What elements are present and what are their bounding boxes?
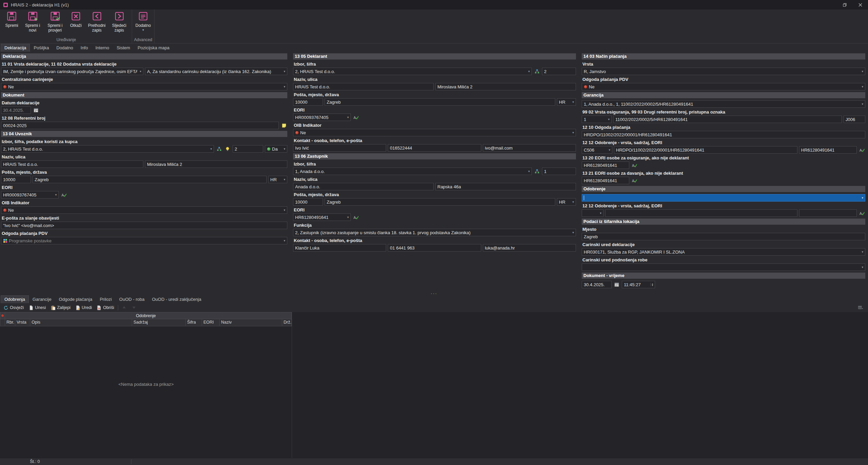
dokument-datum-input[interactable]: 30.4.2025.	[582, 281, 612, 288]
chevron-down-icon[interactable]: ▾	[607, 118, 610, 121]
zastupnik-mjesto-input[interactable]: Zagreb	[325, 198, 555, 206]
chevron-down-icon[interactable]: ▾	[527, 70, 530, 73]
calendar-icon[interactable]	[613, 281, 620, 288]
deklarant-sifra-input[interactable]: 2	[542, 68, 576, 75]
deklarant-naziv-input[interactable]: HRAIS Test d.o.o.	[293, 83, 434, 90]
chevron-down-icon[interactable]: ▾	[283, 70, 285, 73]
deklarant-posta-input[interactable]: 10000	[293, 98, 323, 106]
grid-layout-button[interactable]	[856, 305, 865, 311]
uvoznik-posta-input[interactable]: 10000	[1, 176, 31, 183]
bulb-icon[interactable]	[224, 145, 231, 152]
eori-davanja-input[interactable]: HR61280491641	[582, 177, 629, 184]
carinski-ured-deklaracije-combo[interactable]: HR030171, Služba za RGP, JANKOMIR I SL.Z…	[582, 248, 865, 256]
chevron-down-icon[interactable]: ▾	[139, 70, 141, 73]
insert-button[interactable]: Unesi	[26, 305, 48, 311]
chevron-down-icon[interactable]: ▾	[54, 193, 57, 196]
bottom-tab-prilozi[interactable]: Prilozi	[96, 295, 115, 303]
email-obavijesti-input[interactable]: "Ivo Ivić" <ivo@mail.com>	[1, 222, 287, 229]
zastupnik-naziv-input[interactable]: Anada d.o.o.	[293, 183, 434, 190]
column-header-eori[interactable]: EORI	[202, 319, 220, 326]
org-chart-icon[interactable]	[534, 68, 540, 75]
uvoznik-drzava-combo[interactable]: HR▾	[268, 176, 287, 183]
validate-check-icon[interactable]: A	[858, 210, 865, 217]
odobrenje-sadrzaj-input[interactable]: HRDPO/11002/2022/00001/HR61280491641	[614, 146, 797, 154]
bottom-tab-garancije[interactable]: Garancije	[29, 295, 55, 303]
chevron-down-icon[interactable]: ▾	[283, 208, 285, 212]
datum-deklaracije-input[interactable]: 30.4.2025.	[1, 106, 31, 114]
uvoznik-oib-indikator-combo[interactable]: Ne▾	[1, 206, 287, 214]
note-icon[interactable]	[281, 122, 287, 129]
zastupnik-funkcija-combo[interactable]: 2, Zastupnik (izravno zastupanje u smisl…	[293, 229, 576, 236]
time-spinner-icon[interactable]: ▴▾	[650, 283, 653, 286]
validate-check-icon[interactable]: A	[60, 191, 67, 198]
chevron-down-icon[interactable]: ▾	[283, 178, 285, 181]
chevron-down-icon[interactable]: ▾	[608, 148, 610, 152]
uvoznik-sifra-input[interactable]: 2	[233, 145, 263, 153]
bottom-tab-odgode-pla-anja[interactable]: Odgode plaćanja	[55, 295, 96, 303]
column-header-sadr-aj[interactable]: Sadržaj	[132, 319, 186, 326]
paste-button[interactable]: Zalijepi	[49, 305, 73, 311]
chevron-down-icon[interactable]: ▾	[861, 196, 863, 200]
validate-check-icon[interactable]: A	[352, 114, 359, 121]
prethodni-zapis-button[interactable]: Prethodni zapis	[86, 10, 108, 33]
bottom-tab-ouod-uredi-zaklju-enja[interactable]: OuOD - uredi zaključenja	[148, 295, 205, 303]
column-header-rbr[interactable]: Rbr.	[5, 319, 15, 326]
column-header-opis[interactable]: Opis	[30, 319, 132, 326]
spremi-button[interactable]: Spremi	[2, 10, 21, 29]
chevron-down-icon[interactable]: ▾	[861, 85, 863, 88]
drugi-referentni-broj-input[interactable]: 11002/2022/0002/5/HR61280491641	[613, 116, 842, 123]
odobrenje-vrsta-combo[interactable]: C506▾	[582, 146, 612, 154]
chevron-down-icon[interactable]: ▾	[861, 250, 863, 254]
tab-info[interactable]: Info	[77, 44, 92, 52]
carinski-ured-podnosenja-combo[interactable]: ▾	[582, 263, 865, 271]
delete-button[interactable]: Obriši	[94, 305, 116, 311]
otka-i-button[interactable]: Otkaži	[66, 10, 86, 29]
odobrenje2-sadrzaj-input[interactable]	[605, 209, 797, 217]
chevron-down-icon[interactable]: ▾	[346, 216, 349, 219]
odgoda-pdv-combo[interactable]: Programske postavke▾	[1, 237, 287, 244]
deklarant-drzava-combo[interactable]: HR▾	[557, 98, 576, 106]
chevron-down-icon[interactable]: ▾	[571, 200, 574, 204]
sljede-i-zapis-button[interactable]: Sljedeći zapis	[108, 10, 130, 33]
zastupnik-ulica-input[interactable]: Rapska 46a	[435, 183, 576, 190]
zastupnik-kontakt-telefon-input[interactable]: 01 6441 963	[388, 244, 481, 252]
calendar-icon[interactable]	[33, 107, 39, 114]
deklarant-izbor-combo[interactable]: 2, HRAIS Test d.o.o.▾	[293, 68, 532, 75]
referentni-broj-input[interactable]: 00024-2025	[1, 122, 279, 129]
zastupnik-eori-combo[interactable]: HR61280491641▾	[293, 213, 351, 221]
zastupnik-kontakt-osoba-input[interactable]: Klančir Luka	[293, 244, 386, 252]
deklarant-kontakt-email-input[interactable]: ivo@mail.com	[483, 144, 576, 152]
tab-pozicijska-mapa[interactable]: Pozicijska mapa	[134, 44, 173, 52]
chevron-down-icon[interactable]: ▾	[283, 239, 285, 242]
validate-check-icon[interactable]: A	[352, 214, 359, 221]
uvoznik-mjesto-input[interactable]: Zagreb	[33, 176, 267, 183]
spremi-i-provjeri-button[interactable]: Spremi i provjeri	[44, 10, 66, 33]
eori-osiguranje-input[interactable]: HR61280491641	[582, 161, 629, 169]
validate-check-icon[interactable]: A	[858, 147, 865, 153]
odobrenje2-eori-input[interactable]	[799, 209, 857, 217]
odgoda-placanja-input[interactable]: HRDPO/11002/2022/00001/HR61280491641	[582, 131, 865, 138]
chevron-down-icon[interactable]: ▾	[599, 211, 601, 215]
odobrenje-izbor-combo[interactable]: ▾	[582, 194, 865, 202]
column-header-dr[interactable]: Drž.	[282, 319, 292, 326]
uvoznik-eori-combo[interactable]: HR00093767405▾	[1, 191, 59, 199]
nacin-odgoda-pdv-combo[interactable]: Ne▾	[582, 83, 865, 90]
edit-button[interactable]: Uredi	[73, 305, 94, 311]
uvoznik-naziv-input[interactable]: HRAIS Test d.o.o.	[1, 160, 143, 168]
chevron-down-icon[interactable]: ▾	[283, 147, 285, 151]
uvoznik-ulica-input[interactable]: Miroslava Milića 2	[145, 160, 287, 168]
org-chart-icon[interactable]	[534, 168, 540, 175]
close-button[interactable]	[852, 0, 868, 10]
bottom-tab-odobrenja[interactable]: Odobrenja	[1, 295, 29, 303]
zastupnik-drzava-combo[interactable]: HR▾	[557, 198, 576, 206]
chevron-down-icon[interactable]: ▾	[571, 131, 574, 134]
column-header-ifra[interactable]: Šifra	[186, 319, 202, 326]
chevron-down-icon[interactable]: ▾	[861, 265, 863, 269]
refresh-button[interactable]: Osvježi	[1, 305, 26, 311]
bottom-tab-ouod-roba[interactable]: OuOD - roba	[115, 295, 148, 303]
podatke-koristi-za-kupca-combo[interactable]: Da▾	[265, 145, 287, 153]
restore-button[interactable]	[837, 0, 852, 10]
vrsta-osiguranja-combo[interactable]: 1▾	[582, 116, 612, 123]
chevron-down-icon[interactable]: ▾	[527, 170, 530, 173]
deklarant-oib-indikator-combo[interactable]: Ne▾	[293, 129, 576, 136]
